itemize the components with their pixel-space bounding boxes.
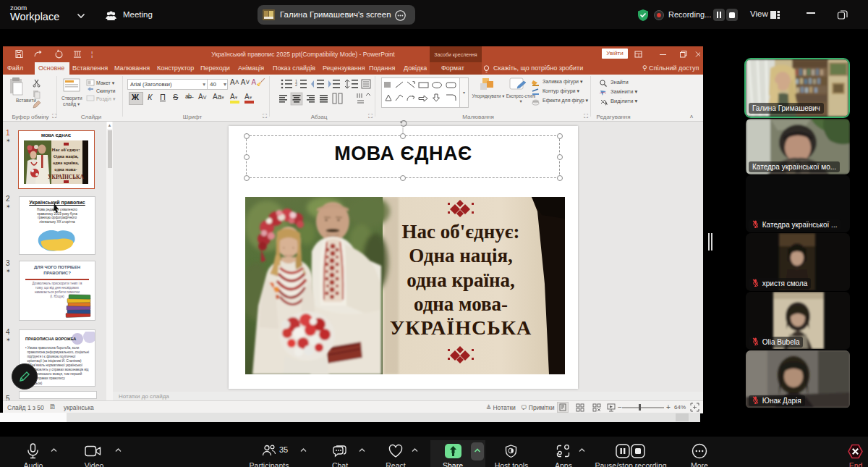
svg-text:Одна нація,: Одна нація,: [54, 153, 79, 159]
svg-text:одна країна,: одна країна,: [53, 160, 79, 165]
svg-text:2: 2: [295, 83, 297, 87]
svg-text:Скинути: Скинути: [96, 88, 116, 94]
svg-text:одна мова-: одна мова-: [414, 293, 508, 315]
svg-text:Макет ▾: Макет ▾: [96, 80, 115, 85]
svg-text:Одна нація,: Одна нація,: [409, 245, 513, 266]
svg-text:УКРАЇНСЬКА: УКРАЇНСЬКА: [48, 174, 85, 180]
svg-text:Вставити: Вставити: [16, 98, 36, 103]
svg-text:Нас об'єднує:: Нас об'єднує:: [51, 147, 80, 152]
svg-text:УКРАЇНСЬКА: УКРАЇНСЬКА: [390, 316, 532, 339]
svg-text:слайд ▾: слайд ▾: [63, 101, 80, 107]
svg-text:¦: ¦: [91, 51, 93, 58]
svg-text:одна мова-: одна мова-: [54, 167, 77, 172]
svg-text:одна країна,: одна країна,: [407, 269, 515, 291]
svg-text:Нас об'єднує:: Нас об'єднує:: [402, 221, 520, 243]
svg-text:Створити: Створити: [61, 96, 82, 101]
svg-text:Розділ ▾: Розділ ▾: [96, 96, 116, 102]
